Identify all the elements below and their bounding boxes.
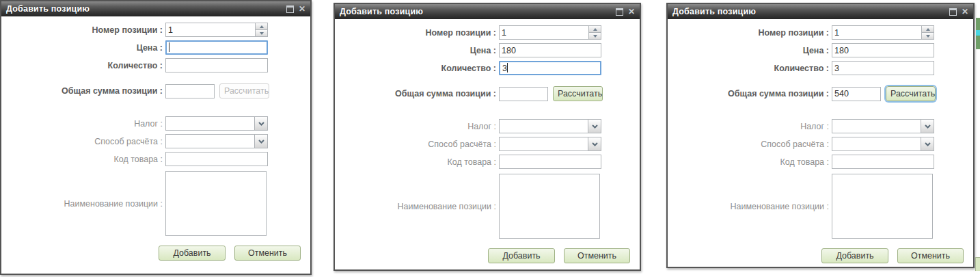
tax-combobox[interactable] <box>165 116 268 131</box>
position-number-input[interactable] <box>166 23 255 36</box>
price-input[interactable] <box>499 43 601 57</box>
price-label: Цена : <box>668 46 832 55</box>
chevron-down-icon[interactable] <box>921 120 934 133</box>
chevron-down-icon[interactable] <box>921 137 934 150</box>
tax-row: Налог : <box>1 116 310 131</box>
price-row: Цена : <box>335 43 640 57</box>
price-row: Цена : <box>668 43 973 57</box>
tax-label: Налог : <box>668 122 832 131</box>
cancel-button[interactable]: Отменить <box>234 246 301 261</box>
titlebar[interactable]: Добавить позицию ✕ <box>1 1 310 16</box>
total-sum-label: Общая сумма позиции : <box>335 89 499 98</box>
dialog-buttons-row: Добавить Отменить <box>1 246 310 261</box>
titlebar[interactable]: Добавить позицию ✕ <box>335 4 640 19</box>
add-button[interactable]: Добавить <box>821 248 888 263</box>
spinner-down-button[interactable] <box>589 33 601 39</box>
total-sum-label: Общая сумма позиции : <box>668 89 832 98</box>
chevron-down-icon[interactable] <box>254 135 267 148</box>
add-position-dialog-3: Добавить позицию ✕ Номер позиции : Цена … <box>666 3 975 268</box>
position-name-label: Наименование позиции : <box>1 199 165 209</box>
tax-combobox[interactable] <box>499 119 601 133</box>
calc-method-row: Способ расчёта : <box>668 137 973 151</box>
position-name-textarea[interactable] <box>499 174 600 239</box>
dialog-title: Добавить позицию <box>6 4 286 14</box>
text-caret <box>169 42 169 52</box>
position-name-label: Наименование позиции : <box>335 202 499 211</box>
total-sum-input[interactable] <box>165 84 215 98</box>
quantity-row: Количество : <box>1 58 310 72</box>
add-button[interactable]: Добавить <box>488 248 555 263</box>
calc-method-combobox[interactable] <box>165 134 268 148</box>
calc-method-combobox[interactable] <box>832 137 934 151</box>
calc-method-row: Способ расчёта : <box>335 137 640 151</box>
position-name-textarea[interactable] <box>832 174 933 239</box>
titlebar[interactable]: Добавить позицию ✕ <box>668 4 973 19</box>
quantity-input[interactable] <box>832 61 934 75</box>
spinner-up-button[interactable] <box>922 26 934 33</box>
calculate-button[interactable]: Рассчитать <box>219 83 269 98</box>
quantity-row: Количество : <box>335 61 640 75</box>
calculate-button[interactable]: Рассчитать <box>886 86 936 101</box>
calc-method-label: Способ расчёта : <box>335 140 499 149</box>
chevron-down-icon[interactable] <box>588 137 601 150</box>
combobox-value <box>500 137 588 150</box>
combobox-value <box>166 135 254 148</box>
tax-combobox[interactable] <box>832 119 934 133</box>
number-spinner <box>921 26 934 39</box>
close-icon[interactable]: ✕ <box>628 8 635 16</box>
price-input[interactable] <box>165 40 268 55</box>
calc-method-label: Способ расчёта : <box>668 140 832 149</box>
spinner-down-button[interactable] <box>922 33 934 39</box>
product-code-input[interactable] <box>165 152 268 166</box>
dialog-buttons-row: Добавить Отменить <box>668 248 973 263</box>
position-number-row: Номер позиции : <box>668 25 973 40</box>
position-number-label: Номер позиции : <box>668 28 832 38</box>
position-number-input[interactable] <box>500 26 588 39</box>
add-button[interactable]: Добавить <box>159 246 226 261</box>
calculate-button[interactable]: Рассчитать <box>553 86 603 101</box>
dialog-body: Номер позиции : Цена : Количество : Обща… <box>335 19 640 263</box>
restore-icon[interactable] <box>616 8 623 16</box>
quantity-label: Количество : <box>1 61 165 70</box>
quantity-input[interactable] <box>499 61 601 75</box>
desktop: { "colors": { "titlebar_top": "#8c8c8c",… <box>0 0 980 277</box>
arrow-up-icon <box>593 28 597 31</box>
product-code-input[interactable] <box>832 155 934 169</box>
price-input[interactable] <box>832 43 934 57</box>
cancel-button[interactable]: Отменить <box>897 248 964 263</box>
calc-method-combobox[interactable] <box>499 137 601 151</box>
position-name-row: Наименование позиции : <box>1 171 310 236</box>
number-spinner <box>255 23 267 36</box>
close-icon[interactable]: ✕ <box>299 5 305 13</box>
position-name-textarea[interactable] <box>165 171 267 236</box>
spinner-up-button[interactable] <box>589 26 601 33</box>
position-number-label: Номер позиции : <box>1 25 165 35</box>
combobox-value <box>500 120 588 133</box>
spinner-down-button[interactable] <box>256 30 267 36</box>
total-sum-row: Общая сумма позиции : Рассчитать <box>668 86 973 101</box>
cancel-button[interactable]: Отменить <box>564 248 630 263</box>
total-sum-input[interactable] <box>499 87 548 101</box>
dialog-title: Добавить позицию <box>340 7 616 16</box>
product-code-row: Код товара : <box>1 152 310 166</box>
product-code-label: Код товара : <box>335 157 499 167</box>
price-row: Цена : <box>1 40 310 55</box>
text-caret <box>507 63 508 72</box>
position-number-row: Номер позиции : <box>1 23 310 37</box>
quantity-input[interactable] <box>165 58 268 72</box>
dialog-buttons-row: Добавить Отменить <box>335 248 640 263</box>
dialog-body: Номер позиции : Цена : Количество : Обща… <box>1 16 310 261</box>
chevron-down-icon[interactable] <box>254 117 267 130</box>
total-sum-input[interactable] <box>832 87 881 101</box>
position-number-input[interactable] <box>832 26 921 39</box>
position-number-field <box>165 23 268 37</box>
arrow-up-icon <box>926 28 930 31</box>
quantity-label: Количество : <box>668 64 832 73</box>
product-code-input[interactable] <box>499 155 601 169</box>
quantity-label: Количество : <box>335 64 499 73</box>
restore-icon[interactable] <box>286 5 294 13</box>
restore-icon[interactable] <box>949 8 957 16</box>
chevron-down-icon[interactable] <box>588 120 601 133</box>
close-icon[interactable]: ✕ <box>962 8 968 16</box>
spinner-up-button[interactable] <box>256 23 267 30</box>
